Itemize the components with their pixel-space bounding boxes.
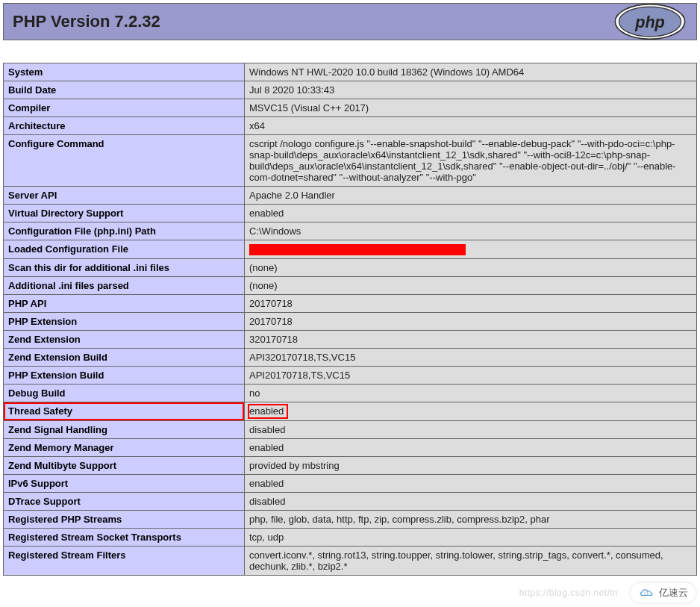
config-value: 20170718 [245, 313, 697, 331]
phpinfo-header: PHP Version 7.2.32 php [3, 3, 697, 40]
config-label: Configure Command [4, 135, 245, 187]
table-row: Additional .ini files parsed(none) [4, 277, 697, 295]
table-row: Loaded Configuration File [4, 240, 697, 259]
config-label: Registered PHP Streams [4, 511, 245, 529]
config-value: Windows NT HWL-2020 10.0 build 18362 (Wi… [245, 63, 697, 81]
table-row: Build DateJul 8 2020 10:33:43 [4, 81, 697, 99]
config-label: Registered Stream Filters [4, 547, 245, 576]
config-label: PHP Extension Build [4, 367, 245, 385]
config-value: convert.iconv.*, string.rot13, string.to… [245, 547, 697, 576]
config-value: 20170718 [245, 295, 697, 313]
table-row: PHP API20170718 [4, 295, 697, 313]
config-label: Virtual Directory Support [4, 205, 245, 222]
config-value: x64 [245, 117, 697, 135]
table-row: Configure Commandcscript /nologo configu… [4, 135, 697, 187]
config-value [245, 240, 697, 259]
config-label: Configuration File (php.ini) Path [4, 222, 245, 240]
config-label: Loaded Configuration File [4, 240, 245, 259]
config-label: Compiler [4, 99, 245, 117]
config-label: Architecture [4, 117, 245, 135]
config-value: enabled [245, 439, 697, 457]
config-value: enabled [245, 402, 697, 421]
table-row: Server APIApache 2.0 Handler [4, 187, 697, 205]
config-label: Zend Signal Handling [4, 421, 245, 439]
config-value: 320170718 [245, 331, 697, 349]
table-row: Scan this dir for additional .ini files(… [4, 259, 697, 277]
config-label: Thread Safety [4, 402, 245, 421]
config-value: API320170718,TS,VC15 [245, 349, 697, 367]
config-label: Zend Memory Manager [4, 439, 245, 457]
config-label: Registered Stream Socket Transports [4, 529, 245, 547]
table-row: Zend Memory Managerenabled [4, 439, 697, 457]
config-label: Zend Extension [4, 331, 245, 349]
config-value: C:\Windows [245, 222, 697, 240]
table-row: Virtual Directory Supportenabled [4, 205, 697, 222]
config-value: API20170718,TS,VC15 [245, 367, 697, 385]
table-row: SystemWindows NT HWL-2020 10.0 build 183… [4, 63, 697, 81]
table-row: Registered Stream Socket Transportstcp, … [4, 529, 697, 547]
config-value: tcp, udp [245, 529, 697, 547]
config-value: (none) [245, 259, 697, 277]
page-title: PHP Version 7.2.32 [13, 12, 160, 31]
table-row: Thread Safetyenabled [4, 402, 697, 421]
config-value: disabled [245, 493, 697, 511]
config-value: php, file, glob, data, http, ftp, zip, c… [245, 511, 697, 529]
table-row: Zend Extension BuildAPI320170718,TS,VC15 [4, 349, 697, 367]
config-label: PHP Extension [4, 313, 245, 331]
php-logo-icon: php [613, 3, 687, 40]
config-value: enabled [245, 475, 697, 493]
config-label: Zend Extension Build [4, 349, 245, 367]
php-logo: php [613, 3, 687, 40]
config-label: Build Date [4, 81, 245, 99]
table-row: Debug Buildno [4, 385, 697, 402]
config-value: no [245, 385, 697, 402]
table-row: DTrace Supportdisabled [4, 493, 697, 511]
config-label: Scan this dir for additional .ini files [4, 259, 245, 277]
phpinfo-table: SystemWindows NT HWL-2020 10.0 build 183… [3, 63, 697, 576]
table-row: Zend Multibyte Supportprovided by mbstri… [4, 457, 697, 475]
table-row: Zend Signal Handlingdisabled [4, 421, 697, 439]
table-row: Zend Extension320170718 [4, 331, 697, 349]
config-label: IPv6 Support [4, 475, 245, 493]
table-row: CompilerMSVC15 (Visual C++ 2017) [4, 99, 697, 117]
svg-text:php: php [634, 13, 665, 31]
table-row: Architecturex64 [4, 117, 697, 135]
config-label: DTrace Support [4, 493, 245, 511]
table-row: Configuration File (php.ini) PathC:\Wind… [4, 222, 697, 240]
config-value: Apache 2.0 Handler [245, 187, 697, 205]
highlighted-value: enabled [248, 404, 288, 419]
config-label: Additional .ini files parsed [4, 277, 245, 295]
config-value: provided by mbstring [245, 457, 697, 475]
config-value: enabled [245, 205, 697, 222]
config-label: System [4, 63, 245, 81]
table-row: PHP Extension BuildAPI20170718,TS,VC15 [4, 367, 697, 385]
redacted-block [249, 244, 466, 255]
config-value: (none) [245, 277, 697, 295]
table-row: IPv6 Supportenabled [4, 475, 697, 493]
config-value: disabled [245, 421, 697, 439]
config-label: Zend Multibyte Support [4, 457, 245, 475]
config-value: cscript /nologo configure.js "--enable-s… [245, 135, 697, 187]
table-row: Registered Stream Filtersconvert.iconv.*… [4, 547, 697, 576]
table-row: Registered PHP Streamsphp, file, glob, d… [4, 511, 697, 529]
config-label: Server API [4, 187, 245, 205]
config-label: Debug Build [4, 385, 245, 402]
table-row: PHP Extension20170718 [4, 313, 697, 331]
config-value: Jul 8 2020 10:33:43 [245, 81, 697, 99]
config-value: MSVC15 (Visual C++ 2017) [245, 99, 697, 117]
config-label: PHP API [4, 295, 245, 313]
